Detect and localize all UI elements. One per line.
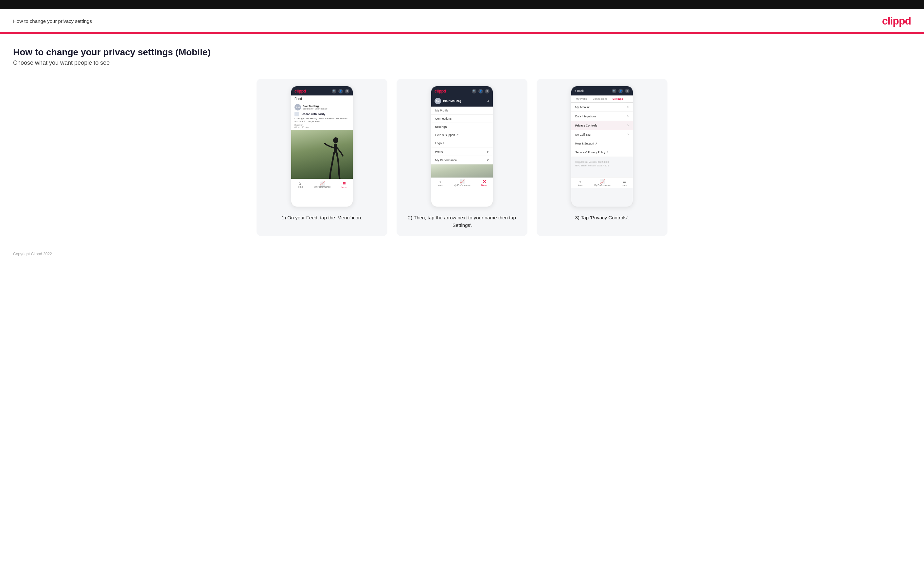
header-title: How to change your privacy settings [13, 18, 92, 24]
bottom-bar-2: ⌂ Home 📈 My Performance ✕ Menu [431, 177, 493, 188]
settings-back-nav: < Back 🔍 👤 ⚙ [571, 86, 633, 95]
phone-icons-1: 🔍 👤 ⚙ [332, 89, 349, 93]
bottom-home-3[interactable]: ⌂ Home [577, 179, 583, 186]
menu-icon-1: ≡ [343, 181, 346, 186]
bottom-performance-3[interactable]: 📈 My Performance [594, 179, 611, 186]
page-subheading: Choose what you want people to see [13, 60, 911, 66]
search-icon-2[interactable]: 🔍 [472, 89, 477, 93]
step-2-label: 2) Then, tap the arrow next to your name… [402, 214, 522, 229]
user-icon-3[interactable]: 👤 [619, 89, 623, 93]
menu-item-performance-expand[interactable]: My Performance ∨ [431, 156, 493, 164]
step-1-card: clippd 🔍 👤 ⚙ Feed BM Blair McHarg [257, 79, 388, 236]
settings-item-serviceprivacy[interactable]: Service & Privacy Policy ↗ [571, 148, 633, 157]
dataintegrations-label: Data Integrations [575, 115, 596, 118]
performance-icon-3: 📈 [600, 179, 605, 184]
home-chevron-icon: ∨ [486, 150, 489, 153]
settings-phone-icons: 🔍 👤 ⚙ [612, 89, 630, 93]
search-icon-3[interactable]: 🔍 [612, 89, 616, 93]
helpsupport-label: Help & Support ↗ [575, 142, 598, 145]
menu-icon-3: ≡ [623, 179, 626, 184]
settings-tabs: My Profile Connections Settings [571, 95, 633, 103]
bottom-home-2[interactable]: ⌂ Home [437, 179, 443, 186]
serviceprivacy-label: Service & Privacy Policy ↗ [575, 151, 609, 154]
back-label[interactable]: < Back [575, 89, 584, 92]
settings-version: Clippd Client Version: 2022.8.3-3 GQL Se… [571, 157, 633, 171]
version-line1: Clippd Client Version: 2022.8.3-3 [575, 160, 629, 164]
close-icon-2: ✕ [483, 179, 486, 184]
step2-bg-image [431, 164, 493, 177]
feed-image [291, 130, 353, 179]
settings-item-dataintegrations[interactable]: Data Integrations > [571, 112, 633, 121]
post-user-sub: Yesterday · Sunningdale [303, 108, 328, 110]
phone-nav-2: clippd 🔍 👤 ⚙ [431, 86, 493, 95]
performance-icon-1: 📈 [320, 181, 325, 185]
tab-connections[interactable]: Connections [590, 95, 610, 102]
copyright-text: Copyright Clippd 2022 [13, 252, 52, 256]
golfer-silhouette [323, 136, 346, 179]
post-avatar: BM [294, 104, 301, 111]
step-1-label: 1) On your Feed, tap the 'Menu' icon. [282, 214, 362, 222]
version-line2: GQL Server Version: 2022.7.30-1 [575, 164, 629, 168]
phone-logo-1: clippd [294, 89, 306, 93]
post-user-name: Blair McHarg [303, 105, 328, 108]
main-content: How to change your privacy settings (Mob… [0, 34, 924, 246]
performance-label: My Performance [435, 158, 457, 162]
menu-avatar: BM [435, 98, 441, 104]
menu-item-help[interactable]: Help & Support ↗ [431, 131, 493, 139]
bottom-menu-3[interactable]: ≡ Menu [622, 179, 628, 187]
menu-user-row[interactable]: BM Blair McHarg ∧ [431, 95, 493, 106]
post-type-icon [294, 112, 299, 116]
feed-label: Feed [291, 95, 353, 102]
settings-item-helpsupport[interactable]: Help & Support ↗ [571, 139, 633, 148]
bottom-bar-3: ⌂ Home 📈 My Performance ≡ Menu [571, 177, 633, 188]
top-bar [0, 0, 924, 9]
settings-item-myaccount[interactable]: My Account > [571, 103, 633, 112]
bottom-performance-1[interactable]: 📈 My Performance [314, 181, 331, 188]
tab-myprofile[interactable]: My Profile [573, 95, 590, 102]
menu-item-home-expand[interactable]: Home ∨ [431, 147, 493, 156]
post-duration-value: 01 hr : 30 min [294, 126, 349, 129]
settings-icon[interactable]: ⚙ [345, 89, 349, 93]
menu-item-logout[interactable]: Logout [431, 139, 493, 147]
bottom-home-1[interactable]: ⌂ Home [297, 181, 303, 188]
chevron-up-icon: ∧ [487, 99, 489, 103]
bottom-close-2[interactable]: ✕ Menu [481, 179, 487, 186]
header: How to change your privacy settings clip… [0, 9, 924, 32]
phone-nav-1: clippd 🔍 👤 ⚙ [291, 86, 353, 95]
settings-spacer [571, 171, 633, 177]
privacycontrols-label: Privacy Controls [575, 124, 598, 127]
user-icon[interactable]: 👤 [338, 89, 343, 93]
privacycontrols-chevron-icon: > [627, 124, 629, 127]
bottom-bar-1: ⌂ Home 📈 My Performance ≡ Menu [291, 179, 353, 190]
step-3-label: 3) Tap 'Privacy Controls'. [575, 214, 629, 222]
mygolfbag-label: My Golf Bag [575, 133, 591, 136]
bottom-menu-1[interactable]: ≡ Menu [342, 181, 347, 188]
menu-item-settings[interactable]: Settings [431, 123, 493, 131]
steps-row: clippd 🔍 👤 ⚙ Feed BM Blair McHarg [13, 79, 911, 236]
home-icon-1: ⌂ [299, 181, 301, 185]
settings-icon-2[interactable]: ⚙ [485, 89, 489, 93]
feed-post: BM Blair McHarg Yesterday · Sunningdale … [291, 102, 353, 130]
menu-item-connections[interactable]: Connections [431, 115, 493, 123]
step-2-card: clippd 🔍 👤 ⚙ BM Blair McHarg ∧ [397, 79, 527, 236]
search-icon[interactable]: 🔍 [332, 89, 336, 93]
menu-item-myprofile[interactable]: My Profile [431, 106, 493, 115]
home-icon-3: ⌂ [578, 179, 581, 184]
bottom-performance-2[interactable]: 📈 My Performance [454, 179, 470, 186]
phone-logo-2: clippd [435, 89, 446, 93]
settings-menu-list: My Account > Data Integrations > Privacy… [571, 103, 633, 157]
settings-item-mygolfbag[interactable]: My Golf Bag > [571, 130, 633, 139]
home-label: Home [435, 150, 443, 153]
step-1-phone: clippd 🔍 👤 ⚙ Feed BM Blair McHarg [291, 86, 353, 207]
settings-icon-3[interactable]: ⚙ [625, 89, 630, 93]
menu-list: My Profile Connections Settings Help & S… [431, 106, 493, 164]
tab-settings[interactable]: Settings [610, 95, 625, 102]
menu-user-name: Blair McHarg [443, 99, 461, 103]
footer: Copyright Clippd 2022 [0, 246, 924, 262]
post-desc: Looking to feel like my hands are exitin… [294, 117, 349, 123]
settings-item-privacycontrols[interactable]: Privacy Controls > [571, 121, 633, 130]
step-2-phone: clippd 🔍 👤 ⚙ BM Blair McHarg ∧ [431, 86, 493, 207]
svg-point-0 [333, 137, 338, 143]
myaccount-chevron-icon: > [627, 105, 629, 109]
user-icon-2[interactable]: 👤 [478, 89, 483, 93]
